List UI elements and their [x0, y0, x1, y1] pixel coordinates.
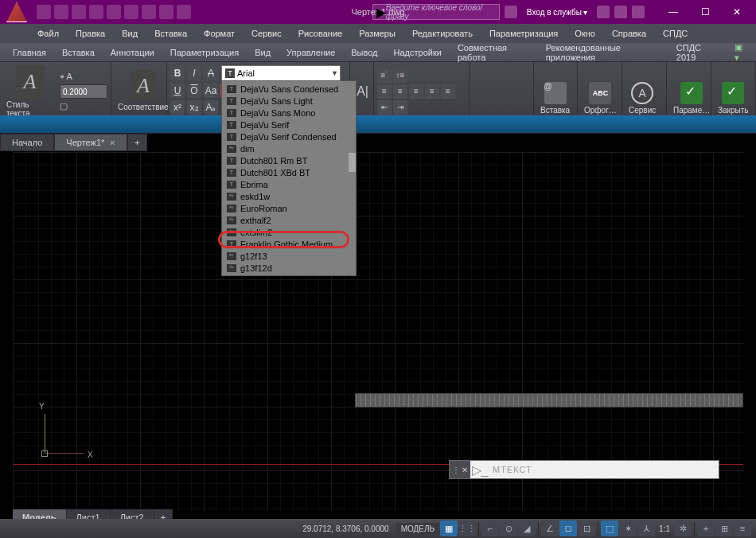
gear-icon[interactable]: ✲	[674, 520, 692, 536]
menu-dimension[interactable]: Размеры	[352, 26, 403, 41]
font-option[interactable]: ᴬʸdim	[222, 142, 356, 154]
ribbon-tab[interactable]: Вставка	[54, 44, 103, 61]
help-icon[interactable]	[632, 6, 645, 18]
font-option[interactable]: ᴬʸg12f13	[222, 250, 356, 262]
iso-icon[interactable]: ◢	[518, 520, 536, 536]
share-icon[interactable]	[597, 6, 610, 18]
maximize-button[interactable]: ☐	[689, 0, 721, 24]
qat-button[interactable]	[124, 5, 138, 19]
otrack-icon[interactable]: □	[559, 520, 577, 536]
app-logo-icon[interactable]	[6, 2, 27, 22]
font-combo[interactable]: T Arial ▼	[221, 65, 341, 81]
clear-button[interactable]: Aₐ	[204, 100, 218, 115]
lwt-icon[interactable]: ⬚	[601, 520, 618, 536]
qat-button[interactable]	[54, 5, 68, 19]
anno-icon[interactable]: ⅄	[637, 520, 655, 536]
dynucs-icon[interactable]: ⊡	[578, 520, 595, 536]
font-option[interactable]: TEbrima	[222, 178, 356, 190]
ribbon-tab[interactable]: Главная	[5, 44, 54, 61]
minimize-button[interactable]: —	[657, 0, 689, 24]
format-button[interactable]: Aa	[204, 84, 218, 98]
super-button[interactable]: x²	[170, 100, 185, 115]
ortho-icon[interactable]: ⌐	[481, 520, 499, 536]
strike-button[interactable]: A	[204, 66, 218, 80]
italic-button[interactable]: I	[187, 66, 201, 80]
font-option[interactable]: ᴬʸEuroRoman	[222, 202, 356, 214]
text-ruler[interactable]	[355, 393, 743, 407]
menu-window[interactable]: Окно	[567, 26, 602, 41]
close-editor-button[interactable]: Закрыть	[715, 80, 752, 116]
qat-button[interactable]	[72, 5, 86, 19]
ribbon-collapse-button[interactable]: ▣ ▾	[727, 44, 756, 61]
align-right-button[interactable]: ≡	[409, 84, 423, 99]
tran-icon[interactable]: ✶	[619, 520, 637, 536]
font-option[interactable]: TDutch801 Rm BT	[222, 154, 356, 166]
linespace-button[interactable]: ↕≡	[393, 68, 407, 83]
ribbon-tab[interactable]: Вид	[247, 44, 279, 61]
menu-spds[interactable]: СПДС	[656, 26, 695, 41]
ribbon-tab[interactable]: Совместная работа	[450, 44, 538, 61]
font-option[interactable]: TDejaVu Sans Mono	[222, 107, 356, 119]
font-option[interactable]: TDejaVu Sans Light	[222, 95, 356, 107]
ribbon-tab[interactable]: Параметризация	[162, 44, 247, 61]
menu-draw[interactable]: Рисование	[291, 26, 349, 41]
user-icon[interactable]	[505, 6, 517, 18]
model-toggle[interactable]: МОДЕЛЬ	[396, 523, 439, 535]
text-height-input[interactable]: 0.2000	[60, 84, 107, 99]
grid-icon[interactable]: ▦	[440, 520, 458, 536]
params-button[interactable]: Параме…	[670, 80, 713, 116]
align-left-button[interactable]: ≡	[377, 84, 392, 99]
menu-modify[interactable]: Редактировать	[405, 26, 480, 41]
command-line[interactable]: ⋮ ✕ ▷_ МТЕКСТ	[449, 460, 719, 479]
ws-icon[interactable]: ⊞	[715, 520, 733, 536]
polar-icon[interactable]: ⊙	[500, 520, 517, 536]
text-style-button[interactable]: A Стиль текста	[3, 64, 57, 119]
ribbon-tab[interactable]: Вывод	[343, 44, 385, 61]
insert-button[interactable]: @Вставка	[537, 80, 573, 116]
font-option[interactable]: TDejaVu Serif	[222, 119, 356, 131]
qat-button[interactable]	[159, 5, 173, 19]
font-option[interactable]: ᴬʸg13f12d	[222, 262, 356, 274]
overline-button[interactable]: O	[187, 84, 201, 98]
menu-icon[interactable]: ≡	[734, 520, 751, 536]
align-center-button[interactable]: ≡	[393, 84, 407, 99]
menu-file[interactable]: Файл	[30, 26, 66, 41]
ribbon-tab[interactable]: Рекомендованные приложения	[538, 44, 668, 61]
new-tab-button[interactable]: +	[127, 134, 146, 151]
ribbon-tab[interactable]: Надстройки	[386, 44, 450, 61]
close-button[interactable]: ✕	[721, 0, 753, 24]
search-input[interactable]: ▶ Введите ключевое слово/фразу	[372, 4, 500, 20]
cmd-handle-icon[interactable]: ⋮ ✕	[450, 461, 470, 478]
qat-button[interactable]	[142, 5, 156, 19]
menu-parametric[interactable]: Параметризация	[482, 26, 565, 41]
service-button[interactable]: AСервис	[625, 80, 659, 116]
drawing-canvas[interactable]: YX ⋮ ✕ ▷_ МТЕКСТ	[13, 152, 743, 511]
file-tab[interactable]: Начало	[0, 134, 54, 151]
menu-edit[interactable]: Правка	[68, 26, 112, 41]
match-button[interactable]: A Соответствие	[115, 69, 172, 113]
file-tab[interactable]: Чертеж1*✕	[54, 134, 127, 151]
bold-button[interactable]: B	[170, 66, 185, 80]
annotative-icon[interactable]: ⌖ A	[60, 72, 107, 82]
justify-button[interactable]: ≡	[425, 84, 439, 99]
qat-button[interactable]	[89, 5, 103, 19]
underline-button[interactable]: U	[170, 84, 185, 98]
menu-format[interactable]: Формат	[197, 26, 242, 41]
ribbon-tab[interactable]: Аннотации	[103, 44, 162, 61]
osnap-icon[interactable]: ∠	[541, 520, 559, 536]
menu-insert[interactable]: Вставка	[147, 26, 194, 41]
font-option[interactable]: ᴬʸeskd1w	[222, 190, 356, 202]
qat-button[interactable]	[107, 5, 121, 19]
scale-label[interactable]: 1:1	[656, 524, 673, 533]
mask-icon[interactable]: ▢	[60, 101, 107, 111]
qat-button[interactable]	[177, 5, 191, 19]
bullets-button[interactable]: ≡˙	[377, 68, 392, 83]
login-button[interactable]: Вход в службы ▾	[522, 8, 592, 17]
qat-button[interactable]	[37, 5, 51, 19]
snap-icon[interactable]: ⋮⋮	[458, 520, 476, 536]
sub-button[interactable]: x₂	[187, 100, 201, 115]
dist-button[interactable]: ≡	[441, 84, 455, 99]
menu-help[interactable]: Справка	[605, 26, 653, 41]
plus-icon[interactable]: +	[697, 520, 715, 536]
ribbon-tab[interactable]: СПДС 2019	[668, 44, 727, 61]
